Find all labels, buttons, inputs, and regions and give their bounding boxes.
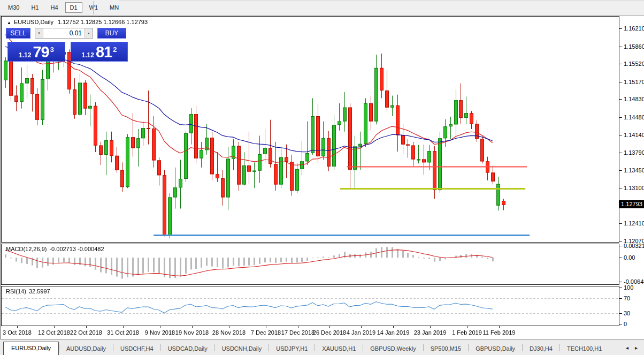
chart-tab-usdcnh-daily[interactable]: USDCNH,Daily	[215, 343, 269, 355]
date-axis-tick	[393, 326, 394, 328]
price-axis-label-tick	[619, 241, 622, 241]
triangle-up-icon: ▴	[88, 31, 90, 35]
rsi-label: RSI(14)32.5997	[6, 288, 50, 294]
price-axis-label: 1.13790	[624, 149, 644, 156]
date-axis-label: 14 Jan 2019	[377, 329, 410, 336]
date-axis-label: 1 Feb 2019	[452, 329, 482, 336]
sell-price-button[interactable]: 1.12 79 3	[7, 42, 65, 62]
lot-decrease-button[interactable]: ▾	[35, 28, 43, 38]
rsi-axis-label-tick	[619, 324, 622, 324]
lot-size-input[interactable]	[43, 28, 85, 38]
date-axis-tick	[499, 326, 500, 328]
chart-ohlc-values: 1.12752 1.12825 1.12666 1.12793	[58, 19, 148, 25]
lot-increase-button[interactable]: ▴	[85, 28, 93, 38]
buy-price-button[interactable]: 1.12 81 2	[71, 42, 128, 62]
timeframe-button-mn[interactable]: MN	[105, 2, 124, 13]
timeframe-toolbar: M30H1H4D1W1MN	[0, 0, 644, 16]
chart-tab-xauusd-h1[interactable]: XAUUSD,H1	[315, 343, 363, 355]
rsi-name: RSI(14)	[6, 288, 26, 294]
rsi-axis-label-tick	[619, 313, 622, 314]
tab-scroll-right-icon[interactable]: ▸	[632, 344, 641, 352]
one-click-trade-panel: SELL ▾ ▴ BUY 1.12 79 3 1.12 81 2	[6, 28, 130, 62]
date-axis-label: 19 Nov 2018	[175, 329, 209, 336]
date-axis-tick	[361, 326, 362, 328]
sell-price-pipette: 3	[50, 46, 54, 54]
date-axis-tick	[123, 326, 124, 328]
sell-button[interactable]: SELL	[6, 28, 30, 39]
price-axis-label-tick	[619, 64, 622, 64]
chart-tab-usdjpy-h1[interactable]: USDJPY,H1	[269, 343, 315, 355]
date-axis-tick	[160, 326, 160, 328]
price-axis-label-tick	[619, 47, 622, 47]
timeframe-button-h4[interactable]: H4	[45, 2, 63, 13]
macd-axis-label-tick	[619, 258, 622, 258]
date-axis-tick	[266, 326, 266, 328]
price-axis-label-tick	[619, 82, 622, 82]
macd-axis-label-tick	[619, 282, 622, 282]
rsi-axis-label-tick	[619, 298, 622, 299]
rsi-axis-label: 30	[624, 310, 630, 316]
toolbar-topline	[119, 1, 644, 1]
price-axis-label: 1.13100	[624, 185, 644, 191]
rsi-value: 32.5997	[29, 288, 50, 294]
price-axis-label-tick	[619, 28, 622, 29]
chart-tab-gbpusd-daily[interactable]: GBPUSD,Daily	[469, 343, 522, 355]
lot-size-spinner: ▾ ▴	[35, 28, 93, 39]
chart-tab-usdchf-h4[interactable]: USDCHF,H4	[113, 343, 160, 355]
tab-scroll-left-icon[interactable]: ◂	[623, 344, 632, 352]
date-axis-label: 11 Feb 2019	[483, 329, 516, 336]
date-axis-label: 26 Dec 2018	[313, 329, 346, 336]
macd-label: MACD(12,26,9)-0.002713 -0.000482	[6, 246, 104, 252]
macd-axis-label: 0.003216	[624, 243, 644, 249]
window-left-border	[0, 16, 1, 355]
price-axis-label-tick	[619, 153, 622, 153]
chart-tab-sp500-m15[interactable]: SP500,M15	[424, 343, 468, 355]
current-price-tag: 1.12793	[619, 200, 644, 208]
date-axis-label: 4 Jan 2019	[347, 329, 375, 336]
chart-tab-tech100-h1[interactable]: TECH100,H1	[560, 343, 609, 355]
rsi-axis-label: 70	[624, 295, 630, 301]
timeframe-button-d1[interactable]: D1	[65, 2, 82, 13]
price-axis-label: 1.14140	[624, 132, 644, 138]
price-axis-label: 1.14480	[624, 114, 644, 120]
date-axis-tick	[54, 326, 55, 328]
price-axis-label-tick	[619, 117, 622, 118]
date-axis-label: 28 Nov 2018	[212, 329, 246, 336]
rsi-axis-label: 100	[624, 284, 633, 291]
date-axis-label: 12 Oct 2018	[38, 329, 70, 336]
chart-tab-eurusd-daily[interactable]: EURUSD,Daily	[3, 342, 59, 355]
macd-values: -0.002713 -0.000482	[49, 246, 104, 252]
date-axis-label: 22 Oct 2018	[70, 329, 102, 336]
date-axis-tick	[467, 326, 467, 328]
buy-price-prefix: 1.12	[82, 51, 94, 59]
timeframe-button-m30[interactable]: M30	[3, 2, 24, 13]
date-axis-label: 9 Nov 2018	[145, 329, 175, 336]
price-axis-label: 1.15170	[624, 79, 644, 85]
chart-ohlc-title: ▲EURUSD,Daily1.12752 1.12825 1.12666 1.1…	[7, 19, 148, 25]
price-axis[interactable]: 1.162101.158601.155201.151701.148301.144…	[619, 16, 644, 326]
macd-name: MACD(12,26,9)	[6, 246, 47, 252]
chart-tab-gbpusd-weekly[interactable]: GBPUSD,Weekly	[363, 343, 423, 355]
chart-tab-audusd-daily[interactable]: AUDUSD,Daily	[59, 343, 113, 355]
rsi-indicator-pane: RSI(14)32.5997	[1, 286, 619, 326]
macd-indicator-pane: MACD(12,26,9)-0.002713 -0.000482	[1, 244, 619, 285]
date-axis-label: 17 Dec 2018	[281, 329, 315, 336]
price-axis-label: 1.15860	[624, 43, 644, 50]
price-axis-label: 1.14830	[624, 96, 644, 102]
macd-axis-label: 0.00	[624, 254, 635, 261]
chart-tab-dj30-h4[interactable]: DJ30,H4	[523, 343, 559, 355]
triangle-down-icon: ▾	[38, 31, 40, 35]
buy-button[interactable]: BUY	[97, 28, 126, 39]
date-axis-tick	[192, 326, 193, 328]
date-axis-label: 23 Jan 2019	[414, 329, 447, 336]
date-axis-tick	[329, 326, 330, 328]
chart-tab-usdcad-daily[interactable]: USDCAD,Daily	[161, 343, 214, 355]
chart-tab-bar: EURUSD,DailyAUDUSD,DailyUSDCHF,H4USDCAD,…	[0, 339, 644, 355]
date-axis[interactable]: 3 Oct 201812 Oct 201822 Oct 201831 Oct 2…	[1, 326, 644, 339]
rsi-canvas[interactable]	[2, 286, 619, 326]
price-axis-label: 1.13450	[624, 167, 644, 173]
timeframe-button-h1[interactable]: H1	[26, 2, 43, 13]
date-axis-tick	[298, 326, 298, 328]
date-axis-tick	[430, 326, 431, 328]
price-axis-label-tick	[619, 170, 622, 171]
